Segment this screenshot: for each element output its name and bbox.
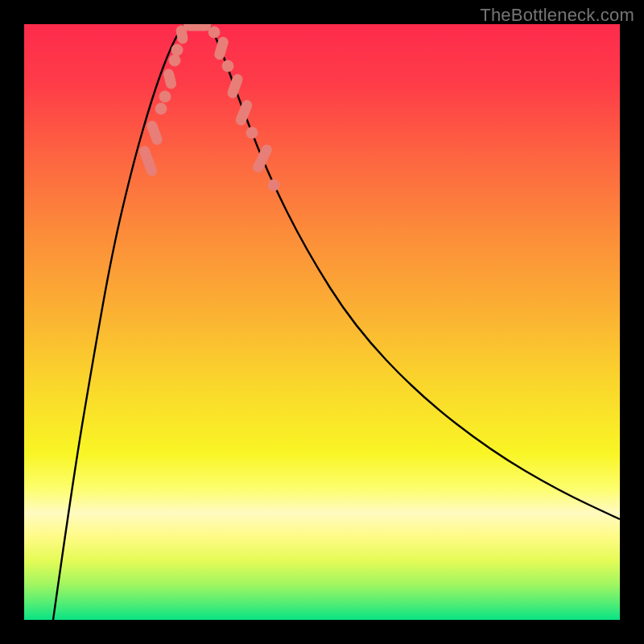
watermark-text: TheBottleneck.com — [480, 5, 634, 26]
bottleneck-curve — [24, 24, 620, 620]
data-marker — [222, 60, 233, 72]
data-marker — [234, 99, 253, 126]
data-marker — [171, 44, 183, 56]
data-marker — [226, 73, 244, 99]
data-marker — [169, 55, 180, 66]
data-marker — [138, 145, 158, 177]
data-marker — [208, 27, 220, 38]
data-marker — [268, 180, 279, 191]
data-marker — [155, 103, 167, 114]
plot-area — [24, 24, 620, 620]
data-marker — [246, 127, 258, 138]
data-marker — [163, 68, 176, 89]
data-marker — [184, 24, 211, 31]
chart-frame: TheBottleneck.com — [0, 0, 644, 644]
data-marker — [146, 120, 163, 146]
data-marker — [252, 143, 274, 174]
data-marker — [159, 91, 171, 102]
